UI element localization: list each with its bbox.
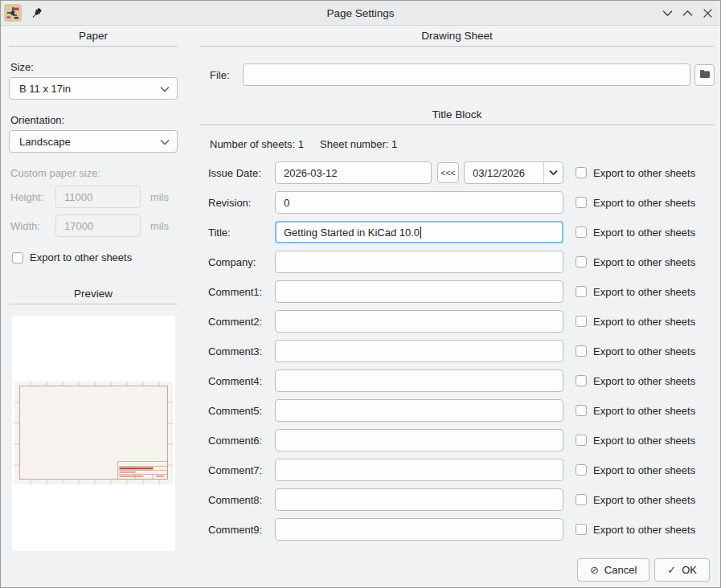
export-checkbox[interactable] xyxy=(576,375,587,386)
width-unit: mils xyxy=(150,220,169,232)
paper-export-label: Export to other sheets xyxy=(30,251,132,263)
export-checkbox[interactable] xyxy=(576,227,587,238)
export-label: Export to other sheets xyxy=(593,375,695,387)
export-label: Export to other sheets xyxy=(593,464,695,476)
divider xyxy=(9,304,178,304)
export-label: Export to other sheets xyxy=(593,345,695,357)
drawing-sheet-panel: Drawing Sheet File: Title Block Number o… xyxy=(199,25,715,548)
comment9-label: Comment9: xyxy=(208,524,275,536)
minimize-button[interactable] xyxy=(662,7,673,18)
comment5-label: Comment5: xyxy=(208,405,275,417)
date-picker[interactable]: 03/12/2026 xyxy=(464,161,563,184)
comment7-row: Comment7: Export to other sheets xyxy=(199,459,715,481)
comment8-input[interactable] xyxy=(275,488,563,511)
export-checkbox[interactable] xyxy=(576,197,587,208)
export-checkbox[interactable] xyxy=(576,435,587,446)
comment5-input[interactable] xyxy=(275,399,563,422)
export-checkbox[interactable] xyxy=(576,464,587,476)
export-checkbox[interactable] xyxy=(576,405,587,416)
maximize-button[interactable] xyxy=(682,7,693,18)
window-title: Page Settings xyxy=(1,7,720,19)
comment9-input[interactable] xyxy=(275,518,563,541)
sheet-number: Sheet number: 1 xyxy=(320,138,397,150)
export-checkbox[interactable] xyxy=(576,167,587,178)
cancel-button[interactable]: ⊘ Cancel xyxy=(577,558,649,582)
comment4-input[interactable] xyxy=(275,370,563,392)
file-input[interactable] xyxy=(243,63,690,86)
export-label: Export to other sheets xyxy=(593,524,695,536)
comment3-input[interactable] xyxy=(275,340,563,362)
export-label: Export to other sheets xyxy=(593,316,695,328)
copy-date-button[interactable]: <<< xyxy=(437,162,459,183)
issue-date-label: Issue Date: xyxy=(208,167,275,179)
size-select[interactable]: B 11 x 17in xyxy=(9,77,178,100)
comment8-label: Comment8: xyxy=(208,494,275,506)
export-checkbox[interactable] xyxy=(576,524,587,535)
orientation-label: Orientation: xyxy=(10,114,178,126)
comment1-row: Comment1: Export to other sheets xyxy=(199,280,715,303)
comment2-label: Comment2: xyxy=(208,316,275,328)
custom-paper-size-label: Custom paper size: xyxy=(10,167,178,179)
comment7-input[interactable] xyxy=(275,459,563,481)
close-button[interactable] xyxy=(702,7,713,18)
file-label: File: xyxy=(210,69,232,81)
export-checkbox[interactable] xyxy=(576,316,587,327)
revision-input[interactable]: 0 xyxy=(275,191,563,214)
width-input: 17000 xyxy=(55,214,141,237)
export-checkbox[interactable] xyxy=(576,256,587,267)
comment2-input[interactable] xyxy=(275,310,563,333)
issue-date-row: Issue Date: 2026-03-12 <<< 03/12/2026 xyxy=(199,161,715,184)
chevron-down-icon xyxy=(160,83,170,95)
ok-button[interactable]: ✓ OK xyxy=(654,558,710,582)
export-label: Export to other sheets xyxy=(593,197,695,209)
comment8-row: Comment8: Export to other sheets xyxy=(199,488,715,511)
export-checkbox[interactable] xyxy=(576,494,587,505)
comment3-row: Comment3: Export to other sheets xyxy=(199,340,715,362)
number-of-sheets: Number of sheets: 1 xyxy=(210,138,304,150)
export-label: Export to other sheets xyxy=(593,227,695,239)
export-label: Export to other sheets xyxy=(593,167,695,179)
title-input[interactable]: Getting Started in KiCad 10.0 xyxy=(275,221,563,243)
page-settings-dialog: Page Settings Paper Size: B 11 x 17in Or… xyxy=(0,0,721,588)
divider xyxy=(199,46,715,47)
export-checkbox[interactable] xyxy=(576,286,587,297)
pin-icon[interactable] xyxy=(31,7,43,19)
comment4-row: Comment4: Export to other sheets xyxy=(199,370,715,392)
height-label: Height: xyxy=(10,191,55,203)
paper-panel: Paper Size: B 11 x 17in Orientation: Lan… xyxy=(9,25,178,551)
orientation-select[interactable]: Landscape xyxy=(9,130,178,153)
paper-export-checkbox[interactable] xyxy=(12,252,23,263)
custom-paper-size-group: Custom paper size: Height: 11000 mils Wi… xyxy=(9,167,178,237)
export-label: Export to other sheets xyxy=(593,494,695,506)
browse-file-button[interactable] xyxy=(694,64,715,86)
comment1-input[interactable] xyxy=(275,280,563,303)
export-checkbox[interactable] xyxy=(576,345,587,357)
preview-header: Preview xyxy=(9,283,178,300)
company-input[interactable] xyxy=(275,251,563,273)
chevron-down-icon xyxy=(160,136,170,148)
issue-date-input[interactable]: 2026-03-12 xyxy=(275,161,432,184)
sheet-preview-image xyxy=(14,382,173,484)
comment6-input[interactable] xyxy=(275,429,563,451)
cancel-icon: ⊘ xyxy=(590,564,599,576)
dialog-footer: ⊘ Cancel ✓ OK xyxy=(577,558,710,582)
comment6-row: Comment6: Export to other sheets xyxy=(199,429,715,451)
paper-header: Paper xyxy=(9,25,178,42)
comment6-label: Comment6: xyxy=(208,435,275,447)
title-block-header: Title Block xyxy=(199,104,715,120)
folder-icon xyxy=(699,69,711,81)
revision-label: Revision: xyxy=(208,197,275,209)
comment4-label: Comment4: xyxy=(208,375,275,387)
text-cursor xyxy=(420,227,421,239)
height-input: 11000 xyxy=(55,186,141,208)
title-row: Title: Getting Started in KiCad 10.0 Exp… xyxy=(199,221,715,243)
title-bar[interactable]: Page Settings xyxy=(1,1,720,26)
export-label: Export to other sheets xyxy=(593,435,695,447)
export-label: Export to other sheets xyxy=(593,286,695,298)
divider xyxy=(9,46,178,47)
comment3-label: Comment3: xyxy=(208,345,275,357)
title-label: Title: xyxy=(208,227,275,239)
height-unit: mils xyxy=(150,191,169,203)
comment9-row: Comment9: Export to other sheets xyxy=(199,518,715,541)
chevron-down-icon[interactable] xyxy=(543,162,563,183)
